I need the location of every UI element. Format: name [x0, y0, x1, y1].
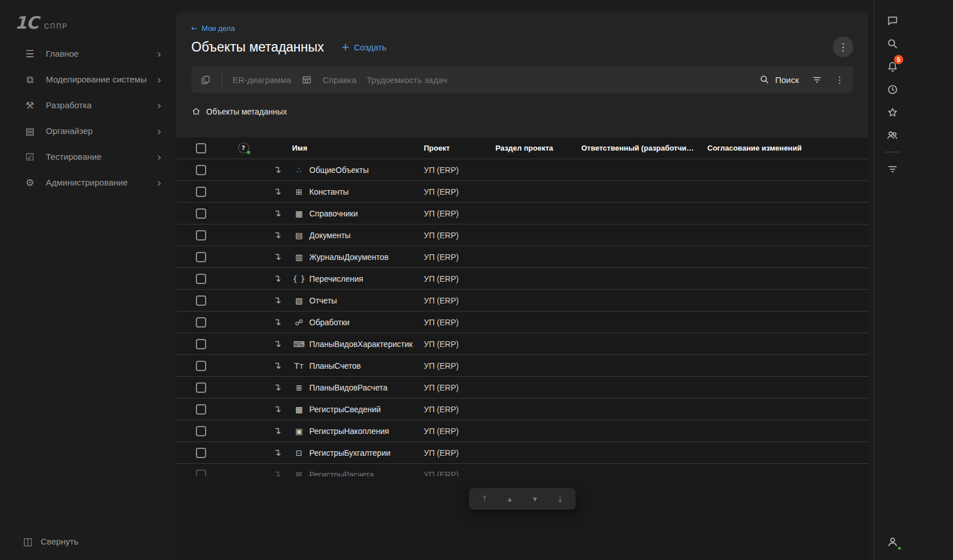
- row-checkbox[interactable]: [196, 208, 206, 219]
- tab-help[interactable]: Справка: [322, 75, 356, 85]
- row-open-icon[interactable]: ↴: [273, 361, 281, 370]
- row-open-icon[interactable]: ↴: [273, 295, 281, 305]
- row-name[interactable]: РегистрыНакопления: [309, 427, 389, 436]
- sidebar-item-organizer[interactable]: ▤Органайзер›: [0, 118, 175, 144]
- scroll-up-button[interactable]: ▴: [498, 491, 522, 507]
- notifications-button[interactable]: 5: [881, 55, 904, 78]
- row-open-icon[interactable]: ↴: [273, 404, 281, 414]
- row-name[interactable]: РегистрыРасчета: [309, 470, 374, 477]
- global-search-button[interactable]: [881, 32, 904, 55]
- column-header-responsible[interactable]: Ответственный (разработчи…: [581, 144, 707, 152]
- row-open-icon[interactable]: ↴: [273, 165, 281, 175]
- row-checkbox[interactable]: [196, 382, 206, 393]
- table-view-button[interactable]: [301, 74, 312, 85]
- row-name[interactable]: РегистрыСведений: [309, 405, 381, 414]
- sidebar-item-development[interactable]: ⚒Разработка›: [0, 92, 175, 118]
- current-user-button[interactable]: [881, 530, 904, 553]
- column-header-project[interactable]: Проект: [424, 144, 495, 152]
- row-name[interactable]: Документы: [309, 231, 351, 240]
- table-row[interactable]: ↴{ }ПеречисленияУП (ERP): [176, 268, 868, 290]
- row-name[interactable]: ПланыВидовХарактеристик: [309, 340, 412, 349]
- row-name[interactable]: Перечисления: [309, 274, 363, 283]
- filter-button[interactable]: [812, 74, 822, 85]
- row-name[interactable]: Константы: [309, 187, 349, 196]
- tab-task-effort[interactable]: Трудоемкость задач: [367, 75, 447, 85]
- sidebar-item-system-modeling[interactable]: ⧉Моделирование системы›: [0, 66, 175, 92]
- table-row[interactable]: ↴⌨ПланыВидовХарактеристикУП (ERP): [176, 333, 868, 355]
- row-name[interactable]: РегистрыБухгалтерии: [309, 448, 391, 458]
- column-header-name[interactable]: Имя: [292, 144, 424, 152]
- sidebar-item-testing[interactable]: ☑Тестирование›: [0, 144, 175, 169]
- table-row[interactable]: ↴ТтПланыСчетовУП (ERP): [176, 355, 868, 377]
- back-link[interactable]: ← Мои дела: [191, 24, 235, 33]
- table-row[interactable]: ↴⊞КонстантыУП (ERP): [176, 181, 868, 203]
- collapse-sidebar-button[interactable]: ◫ Свернуть: [23, 535, 78, 547]
- toolbar-menu-button[interactable]: ⋮: [835, 74, 844, 85]
- copy-button[interactable]: [200, 74, 211, 85]
- row-open-icon[interactable]: ↴: [273, 382, 281, 392]
- sidebar-nav: ☰Главное›⧉Моделирование системы›⚒Разрабо…: [0, 41, 175, 195]
- select-all-checkbox[interactable]: [196, 143, 206, 153]
- discussions-button[interactable]: [881, 9, 904, 32]
- row-open-icon[interactable]: ↴: [273, 252, 281, 262]
- scroll-top-button[interactable]: ⤒: [472, 491, 497, 507]
- search-icon: [759, 74, 770, 85]
- row-open-icon[interactable]: ↴: [273, 448, 281, 458]
- sidebar-item-administration[interactable]: ⚙Администрирование›: [0, 169, 175, 195]
- favorites-button[interactable]: [881, 101, 904, 124]
- table-row[interactable]: ↴≣ПланыВидовРасчетаУП (ERP): [176, 377, 868, 399]
- row-checkbox[interactable]: [196, 361, 206, 371]
- table-row[interactable]: ↴▧ОтчетыУП (ERP): [176, 290, 868, 311]
- help-icon[interactable]: ?: [238, 143, 249, 153]
- row-checkbox[interactable]: [196, 317, 206, 328]
- row-checkbox[interactable]: [196, 252, 206, 262]
- table-row[interactable]: ↴∴ОбщиеОбъектыУП (ERP): [176, 159, 868, 181]
- row-checkbox[interactable]: [196, 470, 206, 477]
- row-open-icon[interactable]: ↴: [273, 339, 281, 349]
- row-checkbox[interactable]: [196, 187, 206, 197]
- row-open-icon[interactable]: ↴: [273, 230, 281, 240]
- row-open-icon[interactable]: ↴: [273, 470, 281, 476]
- users-button[interactable]: [881, 124, 904, 147]
- table-row[interactable]: ↴☍ОбработкиУП (ERP): [176, 311, 868, 333]
- search-button[interactable]: Поиск: [759, 74, 799, 85]
- row-name[interactable]: Отчеты: [309, 296, 337, 305]
- filter-panel-button[interactable]: [881, 157, 904, 180]
- row-open-icon[interactable]: ↴: [273, 274, 281, 283]
- table-row[interactable]: ↴▣РегистрыНакопленияУП (ERP): [176, 420, 868, 442]
- scroll-bottom-button[interactable]: ⤓: [548, 491, 572, 507]
- row-name[interactable]: ЖурналыДокументов: [309, 253, 388, 262]
- page-menu-button[interactable]: ⋮: [833, 37, 853, 57]
- table-row[interactable]: ↴▩РегистрыСведенийУП (ERP): [176, 399, 868, 420]
- table-row[interactable]: ↴▦СправочникиУП (ERP): [176, 203, 868, 224]
- row-checkbox[interactable]: [196, 448, 206, 458]
- row-checkbox[interactable]: [196, 426, 206, 436]
- scroll-down-button[interactable]: ▾: [523, 491, 547, 507]
- table-row[interactable]: ↴▤ДокументыУП (ERP): [176, 224, 868, 246]
- table-row[interactable]: ↴▥ЖурналыДокументовУП (ERP): [176, 246, 868, 268]
- row-checkbox[interactable]: [196, 404, 206, 415]
- row-name[interactable]: Обработки: [309, 318, 349, 327]
- column-header-approval[interactable]: Согласование изменений: [707, 144, 868, 152]
- row-checkbox[interactable]: [196, 274, 206, 284]
- breadcrumb[interactable]: Объекты метаданных: [191, 107, 853, 116]
- history-button[interactable]: [881, 78, 904, 101]
- row-name[interactable]: ОбщиеОбъекты: [309, 165, 369, 175]
- row-name[interactable]: ПланыВидовРасчета: [309, 383, 388, 392]
- create-button[interactable]: + Создать: [341, 42, 387, 52]
- row-name[interactable]: ПланыСчетов: [309, 361, 361, 370]
- column-header-project-section[interactable]: Раздел проекта: [495, 144, 581, 152]
- row-open-icon[interactable]: ↴: [273, 187, 281, 196]
- row-checkbox[interactable]: [196, 339, 206, 349]
- row-open-icon[interactable]: ↴: [273, 317, 281, 327]
- row-checkbox[interactable]: [196, 165, 206, 175]
- row-open-icon[interactable]: ↴: [273, 426, 281, 436]
- table-row[interactable]: ↴⊡РегистрыБухгалтерииУП (ERP): [176, 442, 868, 464]
- tab-er-diagram[interactable]: ER-диаграмма: [233, 75, 291, 85]
- sidebar-item-main-menu[interactable]: ☰Главное›: [0, 41, 175, 66]
- row-checkbox[interactable]: [196, 230, 206, 240]
- table-row[interactable]: ↴⊠РегистрыРасчетаУП (ERP): [176, 464, 868, 476]
- row-checkbox[interactable]: [196, 295, 206, 306]
- row-open-icon[interactable]: ↴: [273, 208, 281, 218]
- row-name[interactable]: Справочники: [309, 209, 358, 218]
